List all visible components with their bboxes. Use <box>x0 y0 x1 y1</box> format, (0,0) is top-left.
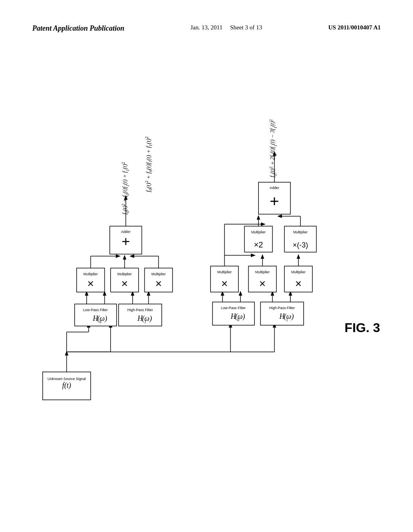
svg-text:+: + <box>121 233 130 249</box>
svg-text:×: × <box>121 277 128 290</box>
svg-text:Adder: Adder <box>270 186 280 190</box>
svg-text:Multiplier: Multiplier <box>217 270 232 274</box>
svg-text:×: × <box>155 277 162 290</box>
svg-text:Multiplier: Multiplier <box>251 230 266 234</box>
svg-text:Low-Pass Filter: Low-Pass Filter <box>221 306 246 310</box>
publication-title: Patent Application Publication <box>32 24 124 33</box>
publication-date: Jan. 13, 2011 <box>190 24 222 31</box>
svg-text:×: × <box>295 277 302 290</box>
svg-text:×(-3): ×(-3) <box>293 241 308 249</box>
svg-text:High-Pass Filter: High-Pass Filter <box>269 306 295 310</box>
svg-text:(ω): (ω) <box>284 312 294 321</box>
svg-text:×: × <box>259 277 266 290</box>
svg-text:Low-Pass Filter: Low-Pass Filter <box>83 308 108 312</box>
svg-text:Multiplier: Multiplier <box>117 272 132 276</box>
svg-text:Multiplier: Multiplier <box>291 270 306 274</box>
svg-text:f(t): f(t) <box>62 381 71 390</box>
svg-text:×: × <box>88 277 94 290</box>
svg-text:Multiplier: Multiplier <box>293 230 308 234</box>
publication-number: US 2011/0010407 A1 <box>328 24 381 31</box>
svg-text:Multiplier: Multiplier <box>83 272 98 276</box>
svg-text:f0(t)2 + 2f0(t)f1(t) − 3f1(t)2: f0(t)2 + 2f0(t)f1(t) − 3f1(t)2 <box>269 119 277 177</box>
svg-text:Multiplier: Multiplier <box>151 272 166 276</box>
diagram-svg: Unknown Source Signal f(t) Low-Pass Filt… <box>24 60 389 492</box>
svg-text:Multiplier: Multiplier <box>255 270 270 274</box>
svg-text:(ω): (ω) <box>97 314 107 323</box>
svg-text:×: × <box>221 277 227 290</box>
svg-text:(ω): (ω) <box>142 314 152 323</box>
svg-text:FIG. 3: FIG. 3 <box>344 320 380 335</box>
svg-text:f0(t)2 + f0(t)f1(t) + f1(t)2: f0(t)2 + f0(t)f1(t) + f1(t)2 <box>121 162 129 214</box>
page: Patent Application Publication Jan. 13, … <box>0 0 413 532</box>
svg-text:f0(t)2 + f0(t)f1(t) + f1(t)2: f0(t)2 + f0(t)f1(t) + f1(t)2 <box>144 136 153 192</box>
diagram-container: Unknown Source Signal f(t) Low-Pass Filt… <box>24 60 389 492</box>
svg-text:(ω): (ω) <box>235 312 245 321</box>
svg-text:Unknown Source Signal: Unknown Source Signal <box>48 377 86 381</box>
header: Patent Application Publication Jan. 13, … <box>0 24 413 33</box>
sheet-info: Sheet 3 of 13 <box>230 24 262 31</box>
svg-text:+: + <box>270 192 279 210</box>
publication-date-sheet: Jan. 13, 2011 Sheet 3 of 13 <box>190 24 262 31</box>
svg-text:High-Pass Filter: High-Pass Filter <box>127 308 153 312</box>
svg-text:×2: ×2 <box>254 240 263 249</box>
